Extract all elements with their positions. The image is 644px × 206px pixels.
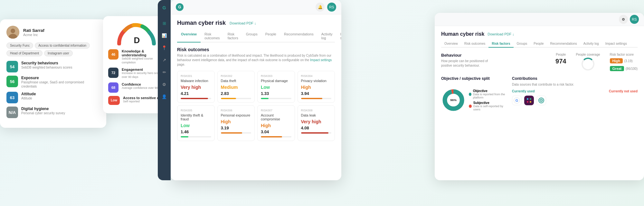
svg-text:96%: 96%	[450, 98, 457, 102]
risk-name-6: Personal exposure	[221, 113, 251, 117]
profile-header: Rati Sarraf Acme Inc	[6, 26, 100, 39]
risk-name-8: Data leak	[301, 113, 332, 117]
right-topbar-icons: ⚙ RS	[619, 15, 639, 24]
risk-score-8: 4.08	[301, 126, 332, 130]
metric-badge-72: 72	[108, 68, 118, 78]
sidebar-logo: G	[160, 4, 168, 12]
metric-desc-2: Passphrase usage, SaaS and compromised c…	[21, 80, 100, 89]
google-icon[interactable]: G	[512, 96, 522, 105]
sidebar-icon-gear[interactable]: ⚙	[160, 80, 168, 88]
svg-point-16	[541, 100, 542, 101]
risk-card-physical: RISK003 Physical damage Low 1.33	[257, 71, 295, 103]
risk-bar-1	[181, 98, 211, 99]
legend-subjective: Subjective Data is self-reported by user…	[469, 101, 506, 111]
risk-id-6: RISK006	[221, 109, 251, 112]
risk-level-6: High	[221, 119, 251, 124]
tab-impact-settings[interactable]: Impact settings	[336, 30, 341, 42]
main-card-topbar: G 🔔 RS	[171, 0, 341, 14]
tab-risk-outcomes[interactable]: Risk outcomes	[201, 30, 224, 42]
risk-score-7: 3.04	[261, 129, 291, 134]
risk-id-5: RISK005	[181, 109, 211, 112]
tag-instagram[interactable]: Instagram user	[44, 50, 73, 56]
main-title-row: Human cyber risk Download PDF ↓	[177, 20, 335, 26]
people-stat: People 974	[555, 53, 566, 71]
profile-tags: Security Func Access to confidential inf…	[6, 42, 100, 56]
tag-head-dept[interactable]: Head of Department	[6, 50, 43, 56]
right-nav-tabs: Overview Risk outcomes Risk factors Grou…	[441, 40, 638, 48]
sidebar-icon-home[interactable]: ⊞	[160, 19, 168, 27]
metric-attitude: 63 Attitude Attitude	[6, 92, 100, 103]
metric-title-2: Exposure	[21, 76, 100, 80]
user-avatar-icon[interactable]: RS	[327, 3, 336, 12]
right-title-row: Human cyber risk Download PDF ↓	[441, 31, 638, 37]
tab-activity-log[interactable]: Activity log	[317, 30, 336, 42]
sidebar-icon-chart[interactable]: 📊	[160, 32, 168, 39]
metric-security-behaviours: 54 Security behaviours SebDB weighted be…	[6, 61, 100, 72]
contributions-area: Contributions Data sources that contribu…	[512, 76, 638, 116]
donut-area: Objective / subjective split 96%	[441, 76, 506, 116]
tag-security-func[interactable]: Security Func	[6, 42, 33, 49]
sidebar-icon-pencil[interactable]: ✏	[160, 68, 168, 76]
sidebar-icon-person[interactable]: 👤	[160, 93, 168, 100]
metric-engagement: 72 Engagement Increase in security hero …	[108, 68, 166, 79]
risk-id-3: RISK003	[261, 74, 291, 78]
slack-icon[interactable]	[524, 96, 534, 105]
metric-title-4: Digital hygiene	[21, 107, 65, 111]
tag-access-confidential[interactable]: Access to confidential information	[35, 42, 90, 49]
risk-level-2: Medium	[221, 85, 251, 90]
contributions-title: Contributions	[512, 76, 638, 81]
right-page-title: Human cyber risk	[441, 31, 484, 37]
tab-recommendations[interactable]: Recommendations	[280, 30, 317, 42]
right-tab-groups[interactable]: Groups	[514, 40, 531, 48]
right-tab-people[interactable]: People	[530, 40, 547, 48]
risk-id-8: RISK008	[301, 109, 332, 112]
behaviour-title: Behaviour	[441, 53, 493, 58]
right-tab-impact-settings[interactable]: Impact settings	[602, 40, 630, 48]
right-settings-icon[interactable]: ⚙	[619, 15, 628, 24]
main-page-title: Human cyber risk	[177, 20, 226, 26]
tab-overview[interactable]: Overview	[177, 30, 201, 42]
svg-text:G: G	[516, 98, 518, 102]
topbar-icons: 🔔 RS	[316, 3, 336, 12]
risk-id-7: RISK007	[261, 109, 291, 112]
risk-name-5: Identity theft & fraud	[181, 113, 211, 121]
right-card: ⚙ RS Human cyber risk Download PDF ↓ Ove…	[435, 13, 644, 180]
main-card-content: Human cyber risk Download PDF ↓ Overview…	[171, 14, 341, 149]
risk-factor-high-badge: High	[610, 58, 623, 63]
risk-score-2: 2.83	[221, 91, 251, 96]
metric-desc-1: SebDB weighted behaviours scores	[21, 65, 72, 70]
behaviour-desc: How people can be positioned of positive…	[441, 59, 493, 68]
right-tab-overview[interactable]: Overview	[441, 40, 461, 48]
risk-score-1: 4.21	[181, 91, 211, 96]
risk-level-5: Low	[181, 123, 211, 128]
metric-badge-56: 56	[6, 76, 18, 87]
download-pdf-link[interactable]: Download PDF ↓	[230, 21, 256, 25]
risk-card-account: RISK007 Account compromise High 3.04	[257, 105, 295, 141]
right-tab-recommendations[interactable]: Recommendations	[547, 40, 580, 48]
legend-subjective-label: Subjective	[473, 101, 506, 105]
donut-chart: 96%	[441, 84, 466, 116]
profile-name: Rati Sarraf	[23, 28, 44, 33]
sidebar-icon-arrow[interactable]: ↗	[160, 56, 168, 64]
svg-point-1	[11, 29, 15, 33]
coverage-label: People coverage	[576, 53, 600, 56]
metric-confidence: 68 Confidence Average confidence over 90…	[108, 82, 166, 93]
right-tab-activity-log[interactable]: Activity log	[580, 40, 602, 48]
right-tab-risk-factors[interactable]: Risk factors	[488, 40, 513, 48]
risk-level-7: High	[261, 123, 291, 128]
avatar	[6, 26, 19, 39]
tab-people[interactable]: People	[261, 30, 280, 42]
right-tab-risk-outcomes[interactable]: Risk outcomes	[461, 40, 489, 48]
risk-score-5: 1.46	[181, 129, 211, 134]
tab-risk-factors[interactable]: Risk factors	[224, 30, 242, 42]
right-user-icon[interactable]: RS	[630, 15, 639, 24]
sidebar-icon-pin[interactable]: 📍	[160, 44, 168, 52]
notification-icon[interactable]: 🔔	[316, 3, 325, 12]
tab-groups[interactable]: Groups	[242, 30, 261, 42]
donut-legend: Objective Data is reported from the plat…	[469, 89, 506, 111]
metric-badge-46: 46	[108, 49, 118, 60]
right-download-link[interactable]: Download PDF ↓	[488, 32, 514, 36]
impact-settings-link[interactable]: Impact settings	[310, 58, 332, 62]
svg-rect-13	[530, 101, 531, 103]
target-icon[interactable]	[536, 96, 546, 105]
